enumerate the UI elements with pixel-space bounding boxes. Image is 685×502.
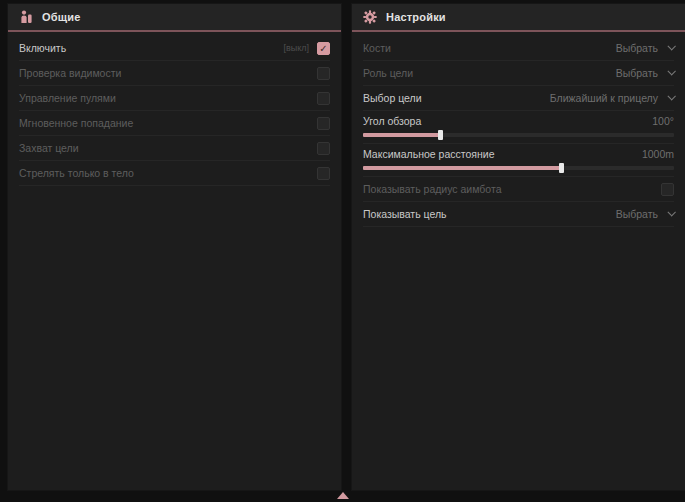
fov-value: 100° [652, 115, 674, 127]
panel-settings-header: Настройки [352, 4, 685, 32]
checkbox-target-lock[interactable]: ✓ [317, 142, 330, 155]
dropdown-value: Выбрать [616, 42, 658, 54]
panel-general-header: Общие [8, 4, 341, 32]
panel-settings-rows: Кости Выбрать Роль цели Выбрать Выбор це… [352, 32, 685, 227]
dropdown-value: Выбрать [616, 67, 658, 79]
max-distance-slider[interactable] [363, 166, 674, 170]
row-label: Мгновенное попадание [19, 117, 133, 129]
chevron-down-icon [667, 42, 675, 50]
row-label: Показывать цель [363, 208, 447, 220]
dropdown-value: Ближайший к прицелу [550, 92, 658, 104]
row-label: Захват цели [19, 142, 79, 154]
row-label: Угол обзора [363, 115, 421, 127]
checkbox-show-radius[interactable]: ✓ [661, 183, 674, 196]
slider-row-fov: Угол обзора 100° [363, 111, 674, 144]
panel-general-title: Общие [42, 11, 81, 23]
fov-slider-handle[interactable] [438, 130, 443, 140]
dropdown-row-target-role: Роль цели Выбрать [363, 61, 674, 86]
scroll-up-arrow-icon[interactable] [337, 492, 349, 499]
dropdown-value: Выбрать [616, 208, 658, 220]
toggle-row-target-lock[interactable]: Захват цели ✓ [19, 136, 330, 161]
bones-dropdown[interactable]: Выбрать [616, 42, 674, 54]
row-label: Включить [19, 42, 66, 54]
toggle-row-instant-hit[interactable]: Мгновенное попадание ✓ [19, 111, 330, 136]
toggle-row-show-radius[interactable]: Показывать радиус аимбота ✓ [363, 177, 674, 202]
chevron-down-icon [667, 67, 675, 75]
checkbox-instant-hit[interactable]: ✓ [317, 117, 330, 130]
fov-slider[interactable] [363, 133, 674, 137]
cheat-menu: Общие Включить [выкл] ✓ Проверка видимос… [0, 0, 685, 502]
toggle-row-visibility-check[interactable]: Проверка видимости ✓ [19, 61, 330, 86]
dropdown-row-target-pick: Выбор цели Ближайший к прицелу [363, 86, 674, 111]
panel-general: Общие Включить [выкл] ✓ Проверка видимос… [8, 4, 341, 490]
toggle-row-bullet-control[interactable]: Управление пулями ✓ [19, 86, 330, 111]
row-label: Кости [363, 42, 391, 54]
max-distance-value: 1000m [642, 148, 674, 160]
panel-settings: Настройки Кости Выбрать Роль цели Выбрат… [352, 4, 685, 490]
row-label: Стрелять только в тело [19, 167, 134, 179]
person-target-icon [19, 10, 33, 24]
slider-row-max-distance: Максимальное расстояние 1000m [363, 144, 674, 177]
row-label: Управление пулями [19, 92, 116, 104]
checkbox-body-only[interactable]: ✓ [317, 167, 330, 180]
hotkey-state-tag: [выкл] [283, 43, 309, 53]
panel-settings-title: Настройки [386, 11, 446, 23]
checkbox-enable[interactable]: ✓ [317, 42, 330, 55]
checkbox-bullet-control[interactable]: ✓ [317, 92, 330, 105]
target-role-dropdown[interactable]: Выбрать [616, 67, 674, 79]
dropdown-row-show-target: Показывать цель Выбрать [363, 202, 674, 227]
checkbox-visibility-check[interactable]: ✓ [317, 67, 330, 80]
row-label: Проверка видимости [19, 67, 121, 79]
gear-icon [363, 10, 377, 24]
dropdown-row-bones: Кости Выбрать [363, 36, 674, 61]
row-label: Выбор цели [363, 92, 422, 104]
toggle-row-body-only[interactable]: Стрелять только в тело ✓ [19, 161, 330, 186]
row-label: Показывать радиус аимбота [363, 183, 502, 195]
toggle-row-enable[interactable]: Включить [выкл] ✓ [19, 36, 330, 61]
show-target-dropdown[interactable]: Выбрать [616, 208, 674, 220]
chevron-down-icon [667, 208, 675, 216]
panel-general-rows: Включить [выкл] ✓ Проверка видимости ✓ У… [8, 32, 341, 186]
row-label: Роль цели [363, 67, 413, 79]
target-pick-dropdown[interactable]: Ближайший к прицелу [550, 92, 674, 104]
row-label: Максимальное расстояние [363, 148, 494, 160]
max-distance-slider-handle[interactable] [559, 163, 564, 173]
chevron-down-icon [667, 92, 675, 100]
